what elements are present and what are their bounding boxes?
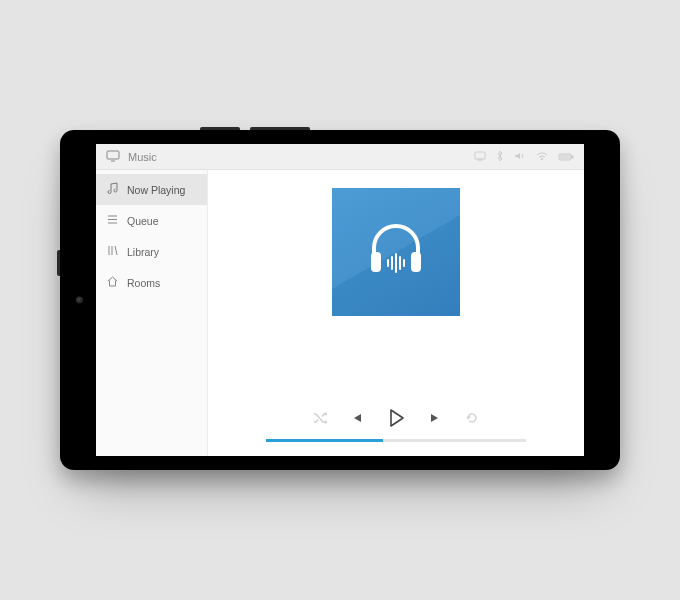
status-tray bbox=[474, 150, 574, 164]
sidebar-item-now-playing[interactable]: Now Playing bbox=[96, 174, 207, 205]
play-button[interactable] bbox=[385, 407, 407, 429]
svg-rect-4 bbox=[572, 156, 574, 158]
tablet-volume-button bbox=[250, 127, 310, 130]
tablet-power-button bbox=[200, 127, 240, 130]
svg-rect-0 bbox=[107, 151, 119, 159]
transport-bar bbox=[266, 407, 526, 429]
top-bar: Music bbox=[96, 144, 584, 170]
svg-rect-6 bbox=[371, 252, 381, 272]
bluetooth-icon bbox=[496, 150, 504, 164]
main-content bbox=[208, 170, 584, 456]
tablet-side-button bbox=[57, 250, 60, 276]
sidebar: Now Playing Queue Library bbox=[96, 170, 208, 456]
sidebar-item-label: Library bbox=[127, 246, 159, 258]
progress-fill bbox=[266, 439, 383, 442]
album-art bbox=[332, 188, 460, 316]
svg-point-2 bbox=[541, 158, 543, 160]
previous-button[interactable] bbox=[349, 411, 363, 425]
music-note-icon bbox=[106, 182, 119, 197]
next-button[interactable] bbox=[429, 411, 443, 425]
progress-bar[interactable] bbox=[266, 439, 526, 442]
repeat-button[interactable] bbox=[465, 411, 479, 425]
monitor-icon bbox=[106, 150, 120, 164]
wifi-icon bbox=[536, 151, 548, 163]
svg-rect-5 bbox=[560, 155, 570, 159]
sidebar-item-library[interactable]: Library bbox=[96, 236, 207, 267]
list-icon bbox=[106, 213, 119, 228]
player-controls bbox=[266, 407, 526, 446]
home-icon bbox=[106, 275, 119, 290]
sidebar-item-label: Rooms bbox=[127, 277, 160, 289]
cast-icon bbox=[474, 151, 486, 163]
sidebar-item-label: Now Playing bbox=[127, 184, 185, 196]
app-screen: Music bbox=[96, 144, 584, 456]
app-title: Music bbox=[128, 151, 157, 163]
tablet-frame: Music bbox=[60, 130, 620, 470]
svg-rect-1 bbox=[475, 152, 485, 159]
tablet-camera bbox=[76, 297, 83, 304]
sidebar-item-rooms[interactable]: Rooms bbox=[96, 267, 207, 298]
headphones-icon bbox=[360, 214, 432, 290]
library-icon bbox=[106, 244, 119, 259]
shuffle-button[interactable] bbox=[313, 411, 327, 425]
app-body: Now Playing Queue Library bbox=[96, 170, 584, 456]
svg-rect-7 bbox=[411, 252, 421, 272]
sidebar-item-label: Queue bbox=[127, 215, 159, 227]
battery-icon bbox=[558, 151, 574, 163]
sidebar-item-queue[interactable]: Queue bbox=[96, 205, 207, 236]
volume-icon bbox=[514, 151, 526, 163]
